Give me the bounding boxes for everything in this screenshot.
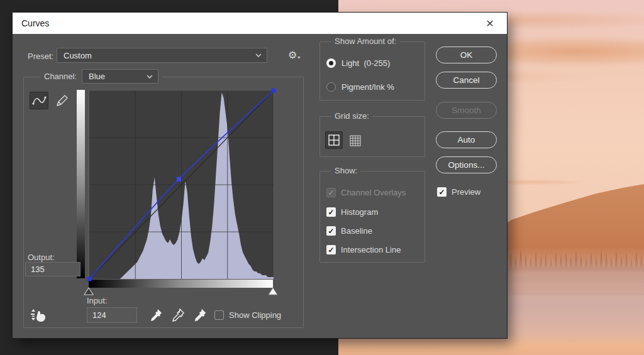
cancel-button[interactable]: Cancel bbox=[436, 72, 497, 89]
white-point-eyedropper-button[interactable] bbox=[193, 308, 207, 324]
channel-legend: Channel: Blue bbox=[40, 69, 162, 84]
checkbox-checked-icon: ✓ bbox=[326, 226, 336, 236]
smooth-button: Smooth bbox=[436, 102, 497, 119]
curve-point-selected[interactable] bbox=[177, 177, 181, 182]
fine-grid-button[interactable] bbox=[348, 133, 363, 148]
checkbox-checked-icon: ✓ bbox=[326, 245, 336, 254]
input-gradient-strip bbox=[89, 280, 273, 288]
curve-plot-frame bbox=[89, 90, 274, 280]
checkbox-checked-icon: ✓ bbox=[437, 187, 447, 197]
channel-dropdown[interactable]: Blue bbox=[82, 69, 158, 84]
checkbox-unchecked-icon bbox=[214, 310, 224, 320]
ok-button[interactable]: OK bbox=[436, 46, 497, 63]
baseline-checkbox[interactable]: ✓ Baseline bbox=[326, 226, 372, 236]
light-radio[interactable]: Light (0-255) bbox=[326, 58, 390, 68]
chevron-down-icon bbox=[255, 53, 262, 57]
channel-value: Blue bbox=[87, 72, 143, 81]
checkbox-checked-icon: ✓ bbox=[326, 207, 336, 217]
quadrant-grid-button[interactable] bbox=[325, 131, 343, 149]
eyedropper-white-icon bbox=[193, 308, 207, 322]
output-gradient-strip bbox=[77, 90, 85, 278]
output-label: Output: bbox=[28, 253, 55, 262]
show-amount-legend: Show Amount of: bbox=[331, 36, 399, 46]
intersection-line-label: Intersection Line bbox=[341, 245, 401, 254]
histogram-label: Histogram bbox=[341, 207, 378, 217]
baseline-label: Baseline bbox=[341, 226, 372, 236]
curve-point[interactable] bbox=[272, 89, 276, 93]
auto-button[interactable]: Auto bbox=[436, 131, 497, 148]
show-legend: Show: bbox=[331, 166, 360, 175]
curves-plot[interactable] bbox=[89, 90, 274, 279]
preset-label: Preset: bbox=[28, 52, 53, 61]
dialog-titlebar[interactable]: Curves ✕ bbox=[13, 13, 507, 34]
show-amount-groupbox: Show Amount of: Light (0-255) Pigment/In… bbox=[319, 41, 425, 101]
point-curve-tool-button[interactable] bbox=[30, 92, 48, 109]
preview-checkbox[interactable]: ✓ Preview bbox=[437, 187, 480, 197]
dialog-title: Curves bbox=[21, 18, 49, 28]
preset-dropdown[interactable]: Custom bbox=[57, 48, 267, 63]
gray-point-eyedropper-button[interactable] bbox=[171, 308, 185, 324]
pencil-icon bbox=[55, 94, 69, 107]
fine-grid-icon bbox=[350, 135, 361, 146]
radio-unselected-icon bbox=[326, 82, 336, 92]
histogram-checkbox[interactable]: ✓ Histogram bbox=[326, 207, 378, 217]
show-groupbox: Show: ✓ Channel Overlays ✓ Histogram ✓ B… bbox=[319, 171, 425, 263]
options-button[interactable]: Options... bbox=[436, 156, 497, 173]
dialog-body: Preset: Custom ⚙ ▾ Channel: Blue bbox=[13, 34, 507, 338]
highlight-input-slider[interactable] bbox=[268, 287, 278, 295]
show-clipping-checkbox[interactable]: Show Clipping bbox=[214, 310, 281, 320]
black-point-eyedropper-button[interactable] bbox=[149, 308, 163, 324]
preset-options-menu-button[interactable]: ⚙ ▾ bbox=[288, 49, 300, 61]
curves-dialog: Curves ✕ Preset: Custom ⚙ ▾ Channel: bbox=[13, 13, 507, 338]
caret-down-icon: ▾ bbox=[297, 55, 300, 60]
targeted-adjustment-tool-button[interactable] bbox=[30, 307, 48, 323]
quadrant-grid-icon bbox=[328, 134, 340, 146]
channel-overlays-label: Channel Overlays bbox=[341, 188, 406, 197]
grid-size-legend: Grid size: bbox=[331, 111, 372, 121]
photoshop-workspace: Curves ✕ Preset: Custom ⚙ ▾ Channel: bbox=[0, 0, 644, 355]
pigment-radio-label: Pigment/Ink % bbox=[341, 82, 394, 92]
curve-tool-icon bbox=[31, 94, 47, 107]
channel-overlays-checkbox: ✓ Channel Overlays bbox=[326, 188, 406, 197]
preview-label: Preview bbox=[452, 187, 480, 197]
light-radio-label: Light (0-255) bbox=[341, 58, 390, 68]
preset-value: Custom bbox=[62, 51, 252, 60]
input-value-field[interactable] bbox=[87, 307, 137, 323]
output-value-field[interactable] bbox=[25, 262, 80, 276]
draw-curve-tool-button[interactable] bbox=[53, 92, 72, 109]
gear-icon: ⚙ bbox=[288, 49, 297, 61]
pigment-ink-radio[interactable]: Pigment/Ink % bbox=[326, 82, 394, 92]
chevron-down-icon bbox=[147, 75, 153, 79]
eyedropper-gray-icon bbox=[171, 308, 185, 322]
targeted-adjustment-hand-icon bbox=[30, 307, 48, 323]
close-icon[interactable]: ✕ bbox=[480, 13, 499, 34]
eyedropper-black-icon bbox=[149, 308, 163, 322]
shadow-input-slider[interactable] bbox=[84, 287, 94, 295]
grid-size-groupbox: Grid size: bbox=[319, 116, 425, 157]
radio-selected-icon bbox=[326, 58, 336, 68]
intersection-line-checkbox[interactable]: ✓ Intersection Line bbox=[326, 245, 401, 254]
curve-point[interactable] bbox=[87, 277, 92, 281]
show-clipping-label: Show Clipping bbox=[229, 310, 281, 320]
checkbox-checked-icon: ✓ bbox=[326, 188, 336, 197]
channel-label: Channel: bbox=[44, 72, 77, 81]
input-label: Input: bbox=[87, 296, 108, 305]
